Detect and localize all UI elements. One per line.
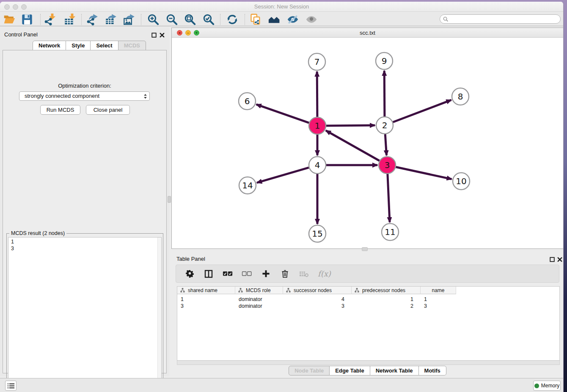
column-hierarchy-icon <box>180 288 185 293</box>
edge-2-3[interactable] <box>385 134 386 155</box>
column-header-name[interactable]: name <box>421 287 456 294</box>
edge-2-8[interactable] <box>393 100 451 122</box>
network-canvas[interactable]: 7968124314101511 <box>172 38 563 248</box>
column-header-shared-name[interactable]: shared name <box>177 287 235 294</box>
zoom-out-icon[interactable] <box>166 14 178 25</box>
export-network-icon[interactable] <box>86 14 98 25</box>
table-cell: 3 <box>177 303 235 309</box>
vertical-splitter-handle[interactable] <box>168 196 171 203</box>
tab-mcds[interactable]: MCDS <box>118 41 146 50</box>
search-input[interactable] <box>440 14 561 24</box>
destroy-table-icon <box>299 269 309 279</box>
float-panel-icon[interactable] <box>151 32 157 37</box>
control-panel-title: Control Panel <box>4 31 38 38</box>
edge-3-11[interactable] <box>388 174 390 222</box>
tab-network[interactable]: Network <box>33 41 66 50</box>
apply-function-icon: f(x) <box>318 269 331 278</box>
graph-node-11[interactable]: 11 <box>382 224 399 240</box>
column-header-predecessor-nodes[interactable]: predecessor nodes <box>352 287 421 294</box>
table-row[interactable]: 3dominator323 <box>177 303 456 309</box>
new-network-from-selection-icon[interactable] <box>250 14 261 25</box>
svg-text:3: 3 <box>385 160 390 170</box>
graph-node-9[interactable]: 9 <box>376 52 393 69</box>
run-mcds-button[interactable]: Run MCDS <box>40 105 80 115</box>
graph-node-2[interactable]: 2 <box>376 117 393 134</box>
table-toolbar: f(x) <box>176 265 559 283</box>
import-table-icon[interactable] <box>64 14 76 25</box>
status-bar: Memory <box>0 378 563 392</box>
edge-1-6[interactable] <box>256 105 309 123</box>
tab-motifs[interactable]: Motifs <box>419 366 446 375</box>
mcds-result-groupbox: MCDS result (2 nodes) 13 <box>6 233 163 391</box>
close-panel-icon[interactable] <box>160 32 165 37</box>
tab-node-table[interactable]: Node Table <box>289 366 330 375</box>
edge-1-7[interactable] <box>317 72 317 117</box>
edge-1-2[interactable] <box>326 125 375 126</box>
deselect-all-checkboxes-icon[interactable] <box>242 269 252 279</box>
control-panel-tabs: NetworkStyleSelectMCDS <box>33 41 146 50</box>
column-hierarchy-icon <box>355 288 359 293</box>
zoom-fit-icon[interactable] <box>184 14 196 25</box>
tab-style[interactable]: Style <box>66 41 91 50</box>
edge-2-9[interactable] <box>384 71 385 116</box>
export-image-icon[interactable] <box>123 14 135 25</box>
export-table-icon[interactable] <box>105 14 117 25</box>
optimization-criterion-label: Optimization criterion: <box>3 83 166 89</box>
table-tabs: Node TableEdge TableNetwork TableMotifs <box>171 366 564 375</box>
criterion-dropdown[interactable]: strongly connected component <box>19 91 150 101</box>
graph-node-14[interactable]: 14 <box>239 177 256 194</box>
columns-icon[interactable] <box>204 269 214 279</box>
tab-network-table[interactable]: Network Table <box>370 366 419 375</box>
save-session-icon[interactable] <box>21 14 33 25</box>
network-view-window: × − + scc.txt 7968124314101511 <box>171 28 564 249</box>
main-titlebar: Session: New Session <box>0 2 563 12</box>
zoom-selected-icon[interactable] <box>203 14 215 25</box>
edge-3-10[interactable] <box>396 167 452 179</box>
table-float-icon[interactable] <box>550 256 555 261</box>
table-cell: 1 <box>352 296 421 303</box>
first-neighbors-icon[interactable] <box>268 14 280 25</box>
graph-node-1[interactable]: 1 <box>309 117 326 134</box>
toolbar-separator <box>141 14 141 25</box>
select-all-checkboxes-icon[interactable] <box>223 269 233 279</box>
graph-node-7[interactable]: 7 <box>308 53 325 70</box>
task-history-button[interactable] <box>5 381 17 391</box>
zoom-in-icon[interactable] <box>147 14 159 25</box>
hide-selected-icon[interactable] <box>287 14 299 25</box>
table-cell: 3 <box>421 303 456 309</box>
graph-node-6[interactable]: 6 <box>239 93 256 110</box>
svg-text:8: 8 <box>458 91 463 102</box>
column-header-label: shared name <box>188 287 217 293</box>
memory-button-label: Memory <box>541 383 559 389</box>
add-column-icon[interactable] <box>261 269 271 279</box>
result-scrollbar[interactable] <box>157 237 161 389</box>
toolbar-separator <box>220 14 220 25</box>
column-header-MCDS-role[interactable]: MCDS role <box>235 287 283 294</box>
show-all-icon[interactable] <box>306 14 317 25</box>
graph-node-4[interactable]: 4 <box>309 157 326 174</box>
settings-icon[interactable] <box>184 269 195 279</box>
import-network-icon[interactable] <box>44 14 56 25</box>
close-panel-button[interactable]: Close panel <box>86 105 130 115</box>
tab-select[interactable]: Select <box>91 41 118 50</box>
edge-3-1[interactable] <box>326 130 380 160</box>
toolbar-separator <box>245 14 245 25</box>
table-header-row: shared nameMCDS rolesuccessor nodesprede… <box>177 287 456 294</box>
refresh-icon[interactable] <box>226 14 238 25</box>
graph-node-10[interactable]: 10 <box>453 173 470 190</box>
control-panel: Control Panel NetworkStyleSelectMCDS Opt… <box>0 26 169 376</box>
mcds-result-list[interactable]: 13 <box>8 237 162 389</box>
memory-button[interactable]: Memory <box>533 381 561 391</box>
graph-node-15[interactable]: 15 <box>309 225 326 242</box>
column-header-successor-nodes[interactable]: successor nodes <box>283 287 352 294</box>
tab-edge-table[interactable]: Edge Table <box>330 366 370 375</box>
graph-node-8[interactable]: 8 <box>452 88 469 105</box>
svg-text:1: 1 <box>315 121 320 131</box>
graph-node-3[interactable]: 3 <box>379 157 396 174</box>
open-file-icon[interactable] <box>3 14 15 25</box>
edge-4-14[interactable] <box>257 168 309 183</box>
table-row[interactable]: 1dominator411 <box>177 296 456 303</box>
table-close-icon[interactable] <box>557 256 562 261</box>
delete-column-icon[interactable] <box>280 269 290 279</box>
horizontal-splitter-handle[interactable] <box>362 247 368 251</box>
